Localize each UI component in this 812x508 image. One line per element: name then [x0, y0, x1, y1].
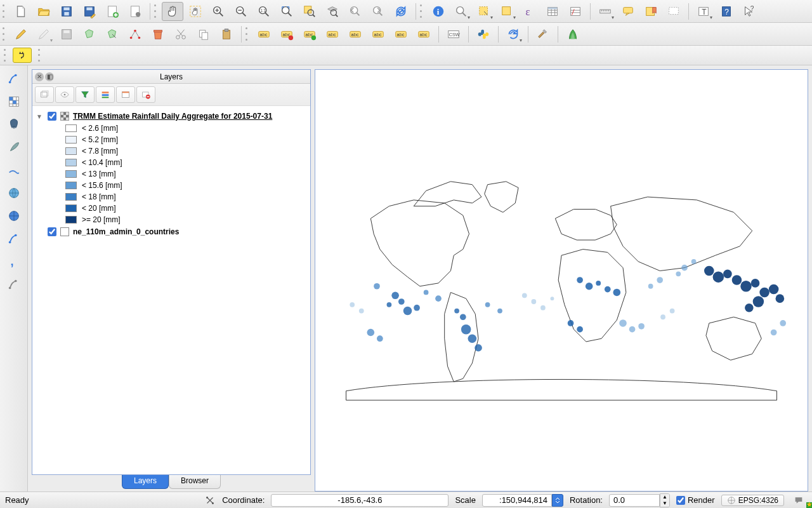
whats-this-button[interactable]: ?: [738, 2, 760, 21]
save-project-as-button[interactable]: [79, 2, 100, 21]
new-shapefile-button[interactable]: ★: [3, 275, 25, 294]
map-canvas[interactable]: [315, 70, 808, 491]
scale-input[interactable]: [482, 494, 552, 507]
label-move-button[interactable]: abc: [322, 25, 343, 44]
coordinate-input[interactable]: [271, 494, 449, 507]
toolbar-handle[interactable]: [420, 3, 424, 20]
scale-dropdown-button[interactable]: [552, 494, 563, 507]
label-hide-button[interactable]: abc: [390, 25, 412, 44]
new-composer-button[interactable]: [102, 2, 123, 21]
save-edits-button[interactable]: [56, 25, 77, 44]
label-show-button[interactable]: abc: [367, 25, 389, 44]
undock-panel-icon[interactable]: ◧: [45, 72, 54, 81]
save-project-button[interactable]: [56, 2, 77, 21]
collapse-button[interactable]: [116, 86, 135, 103]
pan-button[interactable]: [162, 2, 183, 21]
add-postgis-button[interactable]: +: [3, 115, 25, 134]
add-wfs-button[interactable]: +: [3, 206, 25, 225]
remove-button[interactable]: [136, 86, 155, 103]
layer-tree[interactable]: ▼ TRMM Estimate Rainfall Daily Aggregate…: [32, 106, 310, 474]
toolbar-handle[interactable]: [3, 26, 6, 43]
bookmark-button[interactable]: [640, 2, 662, 21]
layer-row-raster[interactable]: ▼ TRMM Estimate Rainfall Daily Aggregate…: [36, 110, 306, 123]
toolbar-handle[interactable]: [38, 47, 42, 64]
expand-arrow-icon[interactable]: ▼: [36, 113, 44, 120]
label-abc-button[interactable]: abc: [253, 25, 275, 44]
zoom-out-button[interactable]: [230, 2, 252, 21]
text-annotation-button[interactable]: T▾: [693, 2, 714, 21]
toggle-extents-icon[interactable]: [204, 495, 216, 506]
render-checkbox[interactable]: [676, 496, 685, 505]
new-project-button[interactable]: [10, 2, 32, 21]
node-tool-button[interactable]: [124, 25, 146, 44]
rotation-input[interactable]: [609, 494, 660, 507]
label-unpin-button[interactable]: abc: [299, 25, 320, 44]
add-delimited-button[interactable]: +: [3, 229, 25, 248]
label-pin-button[interactable]: abc: [276, 25, 298, 44]
messages-button[interactable]: [790, 494, 807, 507]
pan-to-selection-button[interactable]: [185, 2, 206, 21]
select-button[interactable]: ▾: [473, 2, 495, 21]
toggle-editing-button[interactable]: [10, 25, 32, 44]
open-project-button[interactable]: [33, 2, 55, 21]
copy-button[interactable]: [193, 25, 214, 44]
add-spatialite-button[interactable]: +: [3, 138, 25, 157]
add-virtual-button[interactable]: ,+: [3, 252, 25, 271]
attribute-table-button[interactable]: [542, 2, 563, 21]
plugin-reload-button[interactable]: ▾: [502, 25, 524, 44]
cut-button[interactable]: [170, 25, 192, 44]
layer-visibility-checkbox[interactable]: [48, 112, 56, 121]
rotation-spinner[interactable]: ▲▼: [660, 493, 670, 507]
toolbar-handle[interactable]: [246, 26, 249, 43]
maptips-button[interactable]: [617, 2, 639, 21]
visibility-button[interactable]: [55, 86, 74, 103]
add-vector-button[interactable]: +: [3, 69, 25, 88]
add-group-button[interactable]: [35, 86, 54, 103]
close-panel-icon[interactable]: ✕: [35, 72, 44, 81]
move-feature-button[interactable]: [102, 25, 123, 44]
tab-browser[interactable]: Browser: [169, 475, 221, 489]
python-button[interactable]: [473, 25, 494, 44]
annotation-button[interactable]: [663, 2, 684, 21]
delete-button[interactable]: [147, 25, 169, 44]
select-expression-button[interactable]: ▾: [496, 2, 518, 21]
add-feature-button[interactable]: [79, 25, 100, 44]
zoom-native-button[interactable]: 1:1: [253, 2, 275, 21]
zoom-last-button[interactable]: [344, 2, 366, 21]
measure-button[interactable]: ▾: [450, 2, 472, 21]
toolbar-handle[interactable]: [3, 3, 6, 20]
csw-button[interactable]: CSW: [443, 25, 464, 44]
toolbar-handle[interactable]: [4, 47, 8, 64]
add-wms-button[interactable]: +: [3, 184, 25, 203]
label-change-button[interactable]: abc: [413, 25, 435, 44]
paste-button[interactable]: [216, 25, 237, 44]
zoom-selection-button[interactable]: [299, 2, 320, 21]
zoom-in-button[interactable]: [207, 2, 229, 21]
layer-row-vector[interactable]: ne_110m_admin_0_countries: [48, 225, 306, 238]
filter-button[interactable]: [75, 86, 95, 103]
layer-visibility-checkbox[interactable]: [48, 227, 56, 236]
render-toggle[interactable]: Render: [676, 495, 715, 505]
toolbar-handle[interactable]: [154, 3, 158, 20]
label-rotate-button[interactable]: abc: [344, 25, 366, 44]
plugin-button[interactable]: [13, 48, 32, 63]
statistics-button[interactable]: ▾: [594, 2, 616, 21]
expand-button[interactable]: [96, 86, 115, 103]
crs-button[interactable]: EPSG:4326: [721, 495, 784, 506]
tab-layers[interactable]: Layers: [122, 475, 169, 489]
zoom-next-button[interactable]: [367, 2, 389, 21]
identify-button[interactable]: i: [428, 2, 449, 21]
build-button[interactable]: [532, 25, 554, 44]
current-edits-button[interactable]: ▾: [33, 25, 55, 44]
add-raster-button[interactable]: +: [3, 92, 25, 111]
grass-button[interactable]: [562, 25, 584, 44]
layers-panel-header[interactable]: ✕ ◧ Layers: [32, 70, 310, 84]
composer-manager-button[interactable]: [124, 2, 146, 21]
zoom-full-button[interactable]: [276, 2, 298, 21]
field-calc-button[interactable]: [565, 2, 586, 21]
add-mssql-button[interactable]: +: [3, 161, 25, 180]
expression-button[interactable]: ε: [519, 2, 540, 21]
help-button[interactable]: ?: [716, 2, 737, 21]
refresh-button[interactable]: [390, 2, 412, 21]
zoom-layer-button[interactable]: [322, 2, 343, 21]
